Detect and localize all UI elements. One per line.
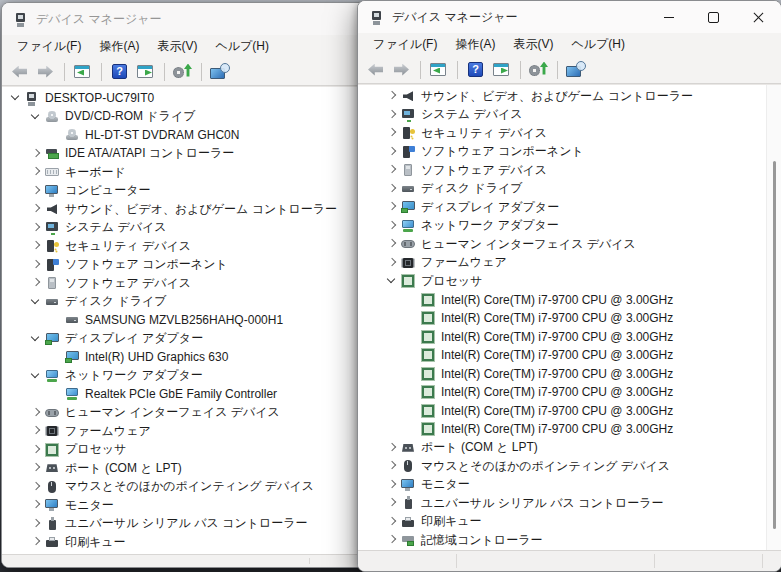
chevron-icon[interactable] xyxy=(28,220,44,236)
tree-item[interactable]: Intel(R) Core(TM) i7-9700 CPU @ 3.00GHz xyxy=(358,309,766,328)
forward-icon[interactable] xyxy=(35,62,57,82)
tree-item[interactable]: 記憶域コントローラー xyxy=(358,531,766,550)
chevron-icon[interactable] xyxy=(28,183,44,199)
tree-item[interactable]: システム デバイス xyxy=(358,106,766,125)
tree-item[interactable]: ファームウェア xyxy=(358,254,766,273)
tree-item[interactable]: HL-DT-ST DVDRAM GHC0N xyxy=(2,126,368,145)
tree-item[interactable]: ディスプレイ アダプター xyxy=(2,330,368,349)
tree-item[interactable]: ディスク ドライブ xyxy=(358,180,766,199)
chevron-icon[interactable] xyxy=(28,164,44,180)
chevron-icon[interactable] xyxy=(384,236,400,252)
chevron-icon[interactable] xyxy=(28,534,44,550)
chevron-icon[interactable] xyxy=(384,125,400,141)
tree-item[interactable]: ポート (COM と LPT) xyxy=(2,459,368,478)
show-console-tree-icon[interactable] xyxy=(72,62,94,82)
scan-hardware-changes-icon[interactable] xyxy=(528,60,550,80)
tree-item[interactable]: Intel(R) Core(TM) i7-9700 CPU @ 3.00GHz xyxy=(358,402,766,421)
chevron-icon[interactable] xyxy=(404,384,420,400)
chevron-icon[interactable] xyxy=(404,421,420,437)
chevron-icon[interactable] xyxy=(28,368,44,384)
tree-item[interactable]: セキュリティ デバイス xyxy=(2,237,368,256)
chevron-icon[interactable] xyxy=(404,403,420,419)
tree-item[interactable]: モニター xyxy=(358,476,766,495)
tree-item[interactable]: ソフトウェア デバイス xyxy=(2,274,368,293)
chevron-icon[interactable] xyxy=(384,514,400,530)
chevron-icon[interactable] xyxy=(404,329,420,345)
chevron-icon[interactable] xyxy=(48,349,64,365)
tree-item[interactable]: Intel(R) UHD Graphics 630 xyxy=(2,348,368,367)
menu-view[interactable]: 表示(V) xyxy=(148,35,206,58)
tree-item[interactable]: ネットワーク アダプター xyxy=(2,367,368,386)
tree-item[interactable]: ファームウェア xyxy=(2,422,368,441)
chevron-icon[interactable] xyxy=(28,238,44,254)
chevron-icon[interactable] xyxy=(28,423,44,439)
tree-item[interactable]: ユニバーサル シリアル バス コントローラー xyxy=(2,515,368,534)
chevron-icon[interactable] xyxy=(48,127,64,143)
tree-item[interactable]: ヒューマン インターフェイス デバイス xyxy=(2,404,368,423)
tree-item[interactable]: マウスとそのほかのポインティング デバイス xyxy=(2,478,368,497)
tree-item[interactable]: ヒューマン インターフェイス デバイス xyxy=(358,235,766,254)
scrollbar-thumb[interactable] xyxy=(773,161,776,529)
chevron-icon[interactable] xyxy=(384,273,400,289)
tree-item[interactable]: ソフトウェア コンポーネント xyxy=(2,256,368,275)
tree-item[interactable]: ソフトウェア デバイス xyxy=(358,161,766,180)
chevron-icon[interactable] xyxy=(384,495,400,511)
tree-item[interactable]: 印刷キュー xyxy=(2,533,368,552)
menu-file[interactable]: ファイル(F) xyxy=(8,35,90,58)
chevron-icon[interactable] xyxy=(28,479,44,495)
chevron-icon[interactable] xyxy=(28,442,44,458)
back-icon[interactable] xyxy=(365,60,387,80)
chevron-icon[interactable] xyxy=(28,257,44,273)
tree-item[interactable]: マウスとそのほかのポインティング デバイス xyxy=(358,457,766,476)
tree-item[interactable]: Realtek PCIe GbE Family Controller xyxy=(2,385,368,404)
menu-action[interactable]: 操作(A) xyxy=(446,33,504,56)
tree-item[interactable]: サウンド、ビデオ、およびゲーム コントローラー xyxy=(358,87,766,106)
tree-item[interactable]: DVD/CD-ROM ドライブ xyxy=(2,108,368,127)
show-console-tree-icon[interactable] xyxy=(428,60,450,80)
chevron-icon[interactable] xyxy=(404,292,420,308)
chevron-icon[interactable] xyxy=(28,201,44,217)
tree-item[interactable]: セキュリティ デバイス xyxy=(358,124,766,143)
chevron-icon[interactable] xyxy=(384,477,400,493)
chevron-icon[interactable] xyxy=(28,460,44,476)
titlebar[interactable]: デバイス マネージャー xyxy=(2,3,368,35)
minimize-icon[interactable] xyxy=(646,1,691,33)
chevron-icon[interactable] xyxy=(28,109,44,125)
tree-item[interactable]: コンピューター xyxy=(2,182,368,201)
chevron-icon[interactable] xyxy=(384,255,400,271)
tree-item[interactable]: システム デバイス xyxy=(2,219,368,238)
help-icon[interactable] xyxy=(109,62,131,82)
chevron-icon[interactable] xyxy=(404,310,420,326)
chevron-icon[interactable] xyxy=(384,458,400,474)
device-manager-window-background[interactable]: デバイス マネージャー ファイル(F) 操作(A) 表示(V) ヘルプ(H) D… xyxy=(1,2,369,568)
chevron-icon[interactable] xyxy=(8,90,24,106)
chevron-icon[interactable] xyxy=(384,440,400,456)
tree-item[interactable]: ポート (COM と LPT) xyxy=(358,439,766,458)
chevron-icon[interactable] xyxy=(384,181,400,197)
tree-item[interactable]: SAMSUNG MZVLB256HAHQ-000H1 xyxy=(2,311,368,330)
device-manager-window-foreground[interactable]: デバイス マネージャー ファイル(F) 操作(A) 表示(V) ヘルプ(H) xyxy=(357,0,781,572)
tree-item[interactable]: Intel(R) Core(TM) i7-9700 CPU @ 3.00GHz xyxy=(358,328,766,347)
chevron-icon[interactable] xyxy=(384,107,400,123)
tree-item[interactable]: プロセッサ xyxy=(358,272,766,291)
tree-item[interactable]: Intel(R) Core(TM) i7-9700 CPU @ 3.00GHz xyxy=(358,383,766,402)
back-icon[interactable] xyxy=(9,62,31,82)
device-manager-search-icon[interactable] xyxy=(209,62,231,82)
chevron-icon[interactable] xyxy=(384,199,400,215)
tree-item[interactable]: Intel(R) Core(TM) i7-9700 CPU @ 3.00GHz xyxy=(358,291,766,310)
tree-item[interactable]: ネットワーク アダプター xyxy=(358,217,766,236)
show-action-pane-icon[interactable] xyxy=(135,62,157,82)
chevron-icon[interactable] xyxy=(48,386,64,402)
tree-item[interactable]: モニター xyxy=(2,496,368,515)
maximize-icon[interactable] xyxy=(691,1,736,33)
device-manager-search-icon[interactable] xyxy=(565,60,587,80)
chevron-icon[interactable] xyxy=(28,405,44,421)
scan-hardware-changes-icon[interactable] xyxy=(172,62,194,82)
tree-item[interactable]: ディスク ドライブ xyxy=(2,293,368,312)
menu-file[interactable]: ファイル(F) xyxy=(364,33,446,56)
chevron-icon[interactable] xyxy=(384,218,400,234)
tree-item[interactable]: サウンド、ビデオ、およびゲーム コントローラー xyxy=(2,200,368,219)
menu-help[interactable]: ヘルプ(H) xyxy=(206,35,278,58)
menu-help[interactable]: ヘルプ(H) xyxy=(562,33,634,56)
chevron-icon[interactable] xyxy=(28,331,44,347)
